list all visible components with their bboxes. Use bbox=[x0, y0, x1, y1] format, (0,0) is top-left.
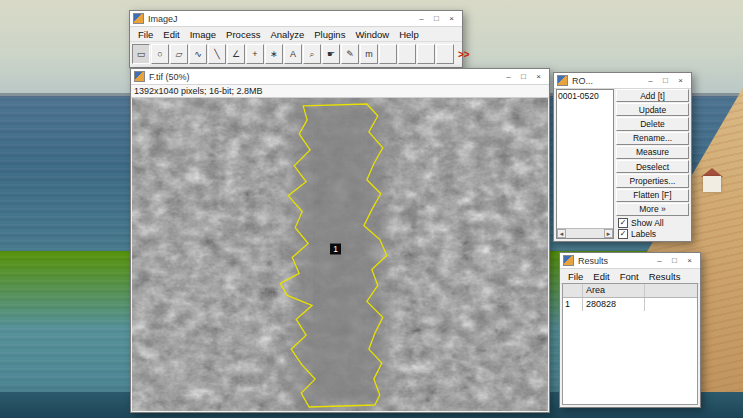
results-menu-edit[interactable]: Edit bbox=[588, 271, 614, 282]
imagej-main-window: ImageJ – □ × File Edit Image Process Ana… bbox=[129, 10, 463, 68]
microscopy-image: 1 bbox=[132, 98, 548, 411]
more-tools-button[interactable]: >> bbox=[455, 49, 473, 60]
menu-process[interactable]: Process bbox=[221, 29, 265, 40]
deselect-button[interactable]: Deselect bbox=[616, 160, 689, 173]
results-header-row: Area bbox=[563, 284, 697, 298]
angle-tool[interactable]: ∠ bbox=[227, 44, 245, 64]
results-menu-font[interactable]: Font bbox=[615, 271, 644, 282]
color-picker-tool[interactable]: ✎ bbox=[341, 44, 359, 64]
imagej-toolbar: ▭ ○ ▱ ∿ ╲ ∠ + ∗ A ⌕ ☛ ✎ m >> bbox=[130, 42, 462, 66]
results-row-area: 280828 bbox=[583, 298, 645, 311]
roi-manager-icon bbox=[557, 75, 568, 86]
image-window-titlebar[interactable]: F.tif (50%) – □ × bbox=[131, 69, 549, 85]
labels-row: ✓ Labels bbox=[616, 229, 689, 239]
results-row[interactable]: 1 280828 bbox=[563, 298, 697, 311]
close-icon[interactable]: × bbox=[531, 70, 546, 83]
menu-edit[interactable]: Edit bbox=[158, 29, 184, 40]
imagej-menubar: File Edit Image Process Analyze Plugins … bbox=[130, 27, 462, 42]
menu-window[interactable]: Window bbox=[350, 29, 394, 40]
point-tool[interactable]: + bbox=[246, 44, 264, 64]
hand-tool[interactable]: ☛ bbox=[322, 44, 340, 64]
roi-manager-titlebar[interactable]: RO... – □ × bbox=[554, 73, 691, 89]
roi-manager-title: RO... bbox=[572, 76, 643, 86]
roi-list[interactable]: 0001-0520 ◄ ► bbox=[556, 89, 614, 239]
close-icon[interactable]: × bbox=[673, 74, 688, 87]
maximize-icon[interactable]: □ bbox=[429, 12, 444, 25]
imagej-window-title: ImageJ bbox=[148, 14, 414, 24]
results-row-index: 1 bbox=[563, 298, 583, 311]
roi-label: 1 bbox=[333, 244, 338, 254]
results-menu-results[interactable]: Results bbox=[644, 271, 686, 282]
minimize-icon[interactable]: – bbox=[501, 70, 516, 83]
results-titlebar[interactable]: Results – □ × bbox=[560, 253, 700, 269]
more-button[interactable]: More » bbox=[616, 203, 689, 216]
menu-image[interactable]: Image bbox=[185, 29, 221, 40]
show-all-label: Show All bbox=[631, 218, 664, 228]
line-tool[interactable]: ╲ bbox=[208, 44, 226, 64]
empty-tool-slot[interactable] bbox=[436, 44, 454, 64]
results-window: Results – □ × File Edit Font Results Are… bbox=[559, 252, 701, 408]
empty-tool-slot[interactable] bbox=[379, 44, 397, 64]
text-tool[interactable]: A bbox=[284, 44, 302, 64]
delete-button[interactable]: Delete bbox=[616, 117, 689, 130]
results-menubar: File Edit Font Results bbox=[560, 269, 700, 284]
empty-tool-slot[interactable] bbox=[417, 44, 435, 64]
rename-button[interactable]: Rename... bbox=[616, 132, 689, 145]
show-all-checkbox[interactable]: ✓ bbox=[618, 218, 628, 228]
minimize-icon[interactable]: – bbox=[643, 74, 658, 87]
close-icon[interactable]: × bbox=[682, 254, 697, 267]
results-header-fill bbox=[645, 284, 697, 297]
freehand-tool[interactable]: ∿ bbox=[189, 44, 207, 64]
measure-button[interactable]: Measure bbox=[616, 146, 689, 159]
results-title: Results bbox=[578, 256, 652, 266]
show-all-row: ✓ Show All bbox=[616, 218, 689, 228]
image-window-title: F.tif (50%) bbox=[149, 72, 501, 82]
scroll-left-icon[interactable]: ◄ bbox=[557, 229, 566, 238]
imagej-app-icon bbox=[133, 13, 144, 24]
results-header-area: Area bbox=[583, 284, 645, 297]
flatten-button[interactable]: Flatten [F] bbox=[616, 189, 689, 202]
roi-list-scrollbar[interactable]: ◄ ► bbox=[557, 228, 613, 238]
maximize-icon[interactable]: □ bbox=[516, 70, 531, 83]
zoom-tool[interactable]: ⌕ bbox=[303, 44, 321, 64]
minimize-icon[interactable]: – bbox=[414, 12, 429, 25]
painting-house bbox=[703, 176, 721, 192]
minimize-icon[interactable]: – bbox=[652, 254, 667, 267]
scroll-right-icon[interactable]: ► bbox=[604, 229, 613, 238]
image-status-line: 1392x1040 pixels; 16-bit; 2.8MB bbox=[131, 85, 549, 98]
polygon-tool[interactable]: ▱ bbox=[170, 44, 188, 64]
menu-plugins[interactable]: Plugins bbox=[309, 29, 350, 40]
menu-help[interactable]: Help bbox=[394, 29, 424, 40]
image-canvas[interactable]: 1 bbox=[132, 98, 548, 411]
results-table: Area 1 280828 bbox=[562, 283, 698, 405]
labels-checkbox[interactable]: ✓ bbox=[618, 229, 628, 239]
menu-analyze[interactable]: Analyze bbox=[265, 29, 309, 40]
properties-button[interactable]: Properties... bbox=[616, 174, 689, 187]
image-window-icon bbox=[134, 71, 145, 82]
macro-tool[interactable]: m bbox=[360, 44, 378, 64]
oval-tool[interactable]: ○ bbox=[151, 44, 169, 64]
results-header-index bbox=[563, 284, 583, 297]
menu-file[interactable]: File bbox=[133, 29, 158, 40]
wand-tool[interactable]: ∗ bbox=[265, 44, 283, 64]
update-button[interactable]: Update bbox=[616, 103, 689, 116]
scrollbar-track[interactable] bbox=[566, 229, 604, 238]
roi-button-column: Add [t] Update Delete Rename... Measure … bbox=[616, 89, 689, 239]
empty-tool-slot[interactable] bbox=[398, 44, 416, 64]
add-button[interactable]: Add [t] bbox=[616, 89, 689, 102]
image-window: F.tif (50%) – □ × 1392x1040 pixels; 16-b… bbox=[130, 68, 550, 413]
results-row-fill bbox=[645, 298, 697, 311]
rectangle-tool[interactable]: ▭ bbox=[132, 44, 150, 64]
imagej-titlebar[interactable]: ImageJ – □ × bbox=[130, 11, 462, 27]
close-icon[interactable]: × bbox=[444, 12, 459, 25]
results-icon bbox=[563, 255, 574, 266]
roi-manager-window: RO... – □ × 0001-0520 ◄ ► Add [t] Update… bbox=[553, 72, 692, 242]
results-menu-file[interactable]: File bbox=[563, 271, 588, 282]
roi-list-item[interactable]: 0001-0520 bbox=[557, 90, 613, 102]
maximize-icon[interactable]: □ bbox=[667, 254, 682, 267]
maximize-icon[interactable]: □ bbox=[658, 74, 673, 87]
labels-label: Labels bbox=[631, 229, 656, 239]
